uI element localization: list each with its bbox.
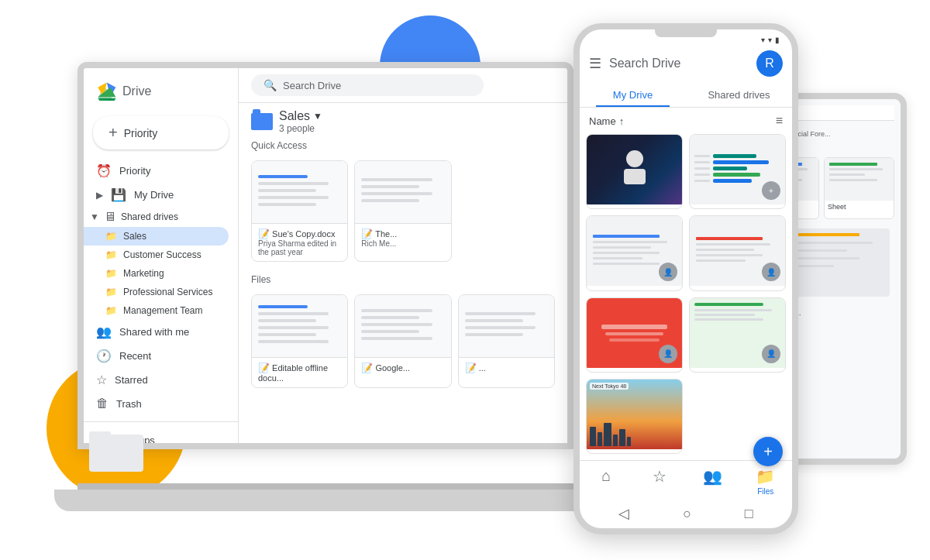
file-info: 📝 Sue's Copy.docx Priya Sharma edited in…	[252, 223, 347, 261]
doc-lines-google	[355, 303, 450, 350]
search-box[interactable]: 🔍 Search Drive	[251, 74, 484, 96]
phone-bottom-bar: ◁ ○ □	[580, 499, 792, 528]
quick-access-label: Quick Access	[239, 137, 567, 154]
quick-access-grid: 📝 Sue's Copy.docx Priya Sharma edited in…	[239, 154, 567, 268]
sidebar-sub-sales[interactable]: 📁 Sales	[84, 227, 229, 246]
avatar[interactable]: R	[756, 50, 783, 77]
sidebar-sub-management[interactable]: 📁 Management Team	[84, 301, 229, 320]
sidebar-label-cs: Customer Success	[123, 249, 202, 260]
content-header: Sales ▼ 3 people	[239, 103, 567, 137]
phone-search-text[interactable]: Search Drive	[609, 57, 749, 70]
chevron-down-icon: ▼	[90, 211, 99, 222]
astronaut-info: 🖼 astronaut.jpg ⋮	[587, 204, 682, 209]
nav-item-files[interactable]: 📁 Files	[739, 467, 793, 496]
dropdown-icon: ▼	[313, 111, 322, 122]
files-section-label: Files	[239, 268, 567, 288]
sidebar-item-starred[interactable]: ☆ Starred	[84, 368, 229, 392]
phone-device: ▾ ▾ ▮ ☰ Search Drive R My Drive Shared d…	[574, 23, 798, 534]
sidebar-item-priority[interactable]: ⏰ Priority	[84, 159, 229, 183]
new-button[interactable]: + Priority	[93, 116, 229, 149]
signal-icon: ▾	[768, 36, 772, 44]
file-card-the-doc[interactable]: 📝 The... Rich Me...	[354, 160, 451, 262]
sidebar-label-priority: Priority	[119, 165, 150, 177]
file-card-work-list[interactable]: 👤 📊 Work List_01 ⋮	[689, 297, 786, 373]
tokyo-buildings	[590, 423, 679, 446]
file-card-astronaut[interactable]: 🖼 astronaut.jpg ⋮	[586, 134, 683, 209]
file-card-sues-copy[interactable]: 📝 Sue's Copy.docx Priya Sharma edited in…	[251, 160, 348, 262]
file-card-my-document[interactable]: 👤 📋 My Document ⋮	[586, 297, 683, 373]
tablet-file-label-2: Sheet	[825, 201, 894, 213]
folder-title: Sales ▼	[279, 109, 322, 123]
hamburger-icon[interactable]: ☰	[589, 55, 601, 72]
sidebar-item-my-drive[interactable]: ▶ 💾 My Drive	[84, 183, 229, 207]
doc-lines-extra	[459, 306, 554, 346]
file-name-google: 📝 Google...	[361, 362, 444, 373]
file-card-tokyo[interactable]: Next Tokyo 48 🖼	[586, 379, 683, 454]
file-card-google[interactable]: 📝 Google...	[354, 294, 451, 388]
nav-item-home[interactable]: ⌂	[580, 467, 633, 496]
file-name-the-doc: 📝 The...	[361, 228, 444, 239]
file-card-task-details[interactable]: 👤 📝 Task details ⋮	[586, 215, 683, 290]
sidebar-item-shared-with-me[interactable]: 👥 Shared with me	[84, 320, 229, 344]
svg-rect-0	[89, 435, 143, 472]
phone-tabs: My Drive Shared drives	[580, 83, 792, 108]
tablet-file-2[interactable]: Sheet	[824, 157, 894, 219]
sidebar-sub-professional-services[interactable]: 📁 Professional Services	[84, 283, 229, 301]
nav-item-starred[interactable]: ☆	[633, 467, 687, 496]
home-button[interactable]: ○	[683, 506, 691, 522]
sidebar-item-shared-drives[interactable]: ▼ 🖥 Shared drives	[84, 207, 238, 227]
sidebar-label-ps: Professional Services	[123, 287, 212, 297]
file-preview-2	[355, 161, 450, 223]
shared-with-me-icon: 👥	[96, 325, 112, 339]
back-button[interactable]: ◁	[618, 505, 629, 522]
phone-content: Name ↑ ≡	[580, 108, 792, 460]
major-preview: 👤	[690, 216, 785, 286]
recent-icon: 🕐	[96, 349, 112, 363]
sidebar-item-recent[interactable]: 🕐 Recent	[84, 344, 229, 368]
major-info: 📄 Major opportu... ⋮	[690, 286, 785, 290]
tab-shared-drives-label: Shared drives	[708, 89, 770, 101]
nav-item-shared[interactable]: 👥	[686, 467, 739, 496]
recents-button[interactable]: □	[745, 506, 753, 522]
drive-logo: Drive	[84, 74, 238, 113]
sidebar-label-marketing: Marketing	[123, 268, 164, 279]
sidebar-sub-marketing[interactable]: 📁 Marketing	[84, 264, 229, 283]
list-view-icon[interactable]: ≡	[776, 114, 783, 128]
files-icon: 📁	[756, 467, 775, 486]
avatar-letter: R	[765, 57, 774, 70]
tab-shared-drives[interactable]: Shared drives	[686, 83, 792, 107]
file-info-editable: 📝 Editable offline docu...	[252, 357, 347, 387]
task-avatar: 👤	[659, 263, 677, 281]
sort-label[interactable]: Name ↑	[589, 115, 624, 127]
tab-my-drive[interactable]: My Drive	[580, 83, 686, 107]
files-grid: 📝 Editable offline docu...	[239, 288, 567, 394]
work-list-info: 📊 Work List_01 ⋮	[690, 368, 785, 373]
sales-folder-icon	[251, 113, 273, 130]
nav-label-files: Files	[757, 487, 773, 496]
file-name-extra: 📝 ...	[465, 362, 548, 373]
file-card-editable[interactable]: 📝 Editable offline docu...	[251, 294, 348, 388]
file-card-extra[interactable]: 📝 ...	[458, 294, 555, 388]
star-icon: ☆	[653, 467, 666, 486]
file-card-major-opportu[interactable]: 👤 📄 Major opportu... ⋮	[689, 215, 786, 290]
drive-logo-text: Drive	[122, 84, 151, 98]
tab-my-drive-label: My Drive	[613, 89, 653, 101]
my-doc-info: 📋 My Document ⋮	[587, 368, 682, 373]
mkt-folder-icon: 📁	[105, 268, 117, 279]
plus-icon: +	[108, 124, 118, 142]
work-list-avatar: 👤	[762, 345, 780, 363]
folder-decoration	[89, 425, 143, 475]
svg-rect-1	[89, 431, 111, 438]
sidebar-item-trash[interactable]: 🗑 Trash	[84, 392, 229, 415]
laptop-hinge	[78, 483, 574, 490]
file-card-gantt[interactable]: + 📊 Gantt chart ⋮	[689, 134, 786, 209]
laptop-screen: Drive + Priority ⏰ Priority ▶ 💾 My Drive	[78, 62, 574, 449]
chevron-icon: ▶	[96, 190, 103, 201]
fab-button[interactable]: +	[753, 437, 783, 466]
sidebar-label-management: Management Team	[123, 305, 203, 316]
phone-nav: ⌂ ☆ 👥 📁 Files	[580, 460, 792, 499]
file-author-sues: Priya Sharma edited in the past year	[258, 239, 341, 256]
sidebar-sub-customer-success[interactable]: 📁 Customer Success	[84, 246, 229, 264]
desktop-sidebar: Drive + Priority ⏰ Priority ▶ 💾 My Drive	[84, 68, 239, 443]
task-preview: 👤	[587, 216, 682, 286]
